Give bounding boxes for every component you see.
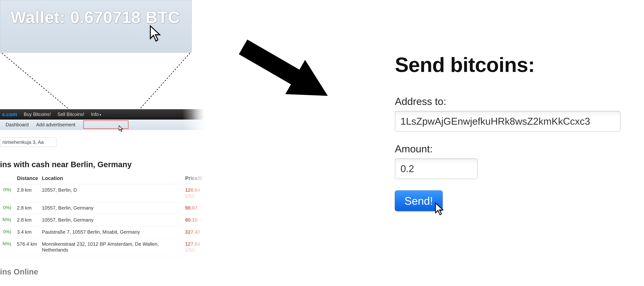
cursor-icon: [149, 25, 162, 44]
address-input[interactable]: 1LsZpwAjGEnwjefkuHRk8wsZ2kmKkCcxc3: [395, 111, 620, 132]
col-price: Price/BTC: [183, 173, 214, 184]
address-label: Address to:: [395, 95, 628, 107]
row-price: 120.64 USD: [183, 184, 214, 202]
location-search-input[interactable]: nimiehenkuja 3, Aa: [0, 137, 56, 147]
row-distance: 576.4 km: [15, 238, 40, 256]
table-row[interactable]: 0%)3.4 kmPaulstraße 7, 10557 Berlin, Moa…: [0, 226, 214, 238]
subnav-add-advertisement[interactable]: Add advertisement: [36, 122, 75, 127]
row-distance: 2.8 km: [15, 202, 40, 214]
row-location: Paulstraße 7, 10557 Berlin, Moabit, Germ…: [40, 226, 184, 238]
col-location: Location: [40, 173, 184, 184]
row-pct: N%): [0, 214, 15, 226]
row-location: 10557, Berlin, D: [40, 184, 184, 202]
nav-buy-bitcoins[interactable]: Buy Bitcoins!: [24, 112, 51, 117]
wallet-balance-zoom: Wallet: 0.670718 BTC: [0, 0, 192, 53]
row-price: 327.48 TMT: [183, 226, 214, 238]
wallet-balance-text: Wallet: 0.670718 BTC: [10, 8, 180, 27]
listings-heading: ins with cash near Berlin, Germany: [0, 160, 214, 169]
row-pct: N%): [0, 238, 15, 256]
online-listings-heading: ins Online: [0, 267, 214, 276]
cursor-icon: [434, 202, 444, 217]
row-location: 10557, Berlin, Germany: [40, 214, 184, 226]
top-navbar: s.com Buy Bitcoins! Sell Bitcoins! Info▾: [0, 109, 214, 119]
table-row[interactable]: N%)576.4 kmMonnikenstraat 232, 1012 BP A…: [0, 238, 214, 256]
send-bitcoins-form: Send bitcoins: Address to: 1LsZpwAjGEnwj…: [395, 53, 628, 211]
row-price: 98.07 USD: [183, 202, 214, 214]
row-price: 89.15 USD: [183, 214, 214, 226]
amount-label: Amount:: [395, 143, 628, 155]
arrow-icon: [224, 32, 356, 115]
table-row[interactable]: N%)2.8 km10557, Berlin, Germany89.15 USD: [0, 214, 214, 226]
cursor-icon: [118, 125, 123, 132]
amount-input[interactable]: 0.2: [395, 158, 478, 179]
row-pct: 0%): [0, 202, 15, 214]
table-row[interactable]: 0%)2.8 km10557, Berlin, Germany98.07 USD: [0, 202, 214, 214]
site-screenshot: s.com Buy Bitcoins! Sell Bitcoins! Info▾…: [0, 109, 214, 276]
row-pct: 0%): [0, 184, 15, 202]
row-pct: 0%): [0, 226, 15, 238]
row-distance: 3.4 km: [15, 226, 40, 238]
col-distance: Distance: [15, 173, 40, 184]
row-price: 127.54 USD: [183, 238, 214, 256]
site-brand-partial: s.com: [2, 111, 17, 117]
table-row[interactable]: 0%)2.8 km10557, Berlin, D120.64 USD: [0, 184, 214, 202]
row-location: Monnikenstraat 232, 1012 BP Amsterdam, D…: [40, 238, 184, 256]
nav-sell-bitcoins[interactable]: Sell Bitcoins!: [57, 112, 84, 117]
listings-table: Distance Location Price/BTC 0%)2.8 km105…: [0, 173, 214, 256]
row-distance: 2.8 km: [15, 214, 40, 226]
subnav-dashboard[interactable]: Dashboard: [6, 122, 28, 127]
form-title: Send bitcoins:: [395, 53, 628, 77]
sub-navbar: Dashboard Add advertisement Wallet: 0.67…: [0, 119, 214, 130]
nav-info[interactable]: Info▾: [91, 112, 101, 117]
svg-rect-2: [239, 40, 301, 85]
row-location: 10557, Berlin, Germany: [40, 202, 184, 214]
row-distance: 2.8 km: [15, 184, 40, 202]
